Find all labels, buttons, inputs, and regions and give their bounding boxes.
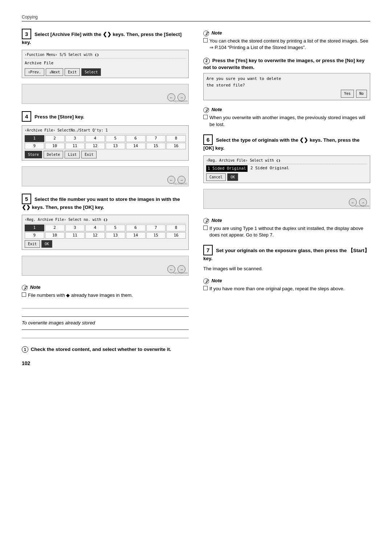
right-column: 𝒵 Note You can check the stored content … [203,29,370,353]
lcd5-num-4[interactable]: 4 [85,225,105,231]
dialog-box: Are you sure you want to delete the stor… [203,73,370,100]
checkbox-note-r2 [203,115,208,119]
lcd-num-7[interactable]: 7 [146,135,166,142]
note-right2-title-text: Note [212,107,222,112]
img-id-6: ND2C0109 [355,205,369,208]
lcd-btn-list[interactable]: List [65,151,80,158]
lcd-btn-next[interactable]: ↓Next [46,68,63,76]
lcd-btn-delete[interactable]: Delete [44,151,63,158]
note-5-item: File numbers with ◆ already have images … [22,292,189,299]
note-5-block: 𝒵 Note File numbers with ◆ already have … [22,283,189,300]
lcd-num-13[interactable]: 13 [106,143,125,150]
page-header: Copying [22,15,370,21]
lcd-num-8[interactable]: 8 [166,135,186,142]
lcd5-num-12[interactable]: 12 [85,232,105,239]
note-right2-icon: 𝒵 [203,107,209,113]
note-right2-item: When you overwrite with another images, … [203,114,370,128]
lcd5-num-6[interactable]: 6 [126,225,146,231]
lcd5-num-14[interactable]: 14 [126,232,146,239]
lcd-num-16[interactable]: 16 [166,143,186,150]
lcd5-num-7[interactable]: 7 [146,225,166,231]
step-5-heading: 5 Select the file number you want to sto… [22,194,189,211]
lcd5-num-11[interactable]: 11 [65,232,85,239]
lcd-option-2sided[interactable]: 2 Sided Original [250,165,289,172]
lcd-btn-store[interactable]: Store [25,151,42,158]
note-right3-block: 𝒵 Note If you are using Type 1 without t… [203,216,370,240]
lcd-num-9[interactable]: 9 [25,143,44,150]
note-right3-item: If you are using Type 1 without the dupl… [203,225,370,238]
overwrite-text: To overwrite images already stored [22,320,95,325]
lcd-6-options: 1 Sided Original 2 Sided Original [206,165,367,172]
lcd-num-14[interactable]: 14 [126,143,146,150]
overwrite-section: To overwrite images already stored [22,316,189,329]
step-3-block: 3 Select [Archive File] with the ❮❯ keys… [22,29,189,106]
step-6-lcd: ‹Reg. Archive File› Select with ❮❯ 1 Sid… [203,155,370,183]
dialog-line1: Are you sure you want to delete [207,76,367,82]
img-id-3: ND2C0109 [173,100,188,103]
lcd5-num-10[interactable]: 10 [45,232,65,239]
step-5-text: Select the file number you want to store… [22,197,180,210]
step-6-text: Select the type of originals with the ❮❯… [203,137,359,151]
lcd5-num-2[interactable]: 2 [45,225,65,231]
step-7-number: 7 [203,245,213,255]
lcd-num-10[interactable]: 10 [45,143,65,150]
lcd-num-15[interactable]: 15 [146,143,166,150]
step-5-block: 5 Select the file number you want to sto… [22,194,189,278]
note-right4-text: If you have more than one original page,… [209,286,344,292]
step-7-text: Set your originals on the exposure glass… [203,248,369,261]
lcd-btn-select[interactable]: Select [81,68,101,76]
checkbox-note-r1 [203,38,208,43]
lcd-num-5[interactable]: 5 [106,135,125,142]
step-6-block: 6 Select the type of originals with the … [203,134,370,211]
lcd-3-header: ‹Function Menu› 5/5 Select with ❮❯ [25,52,186,58]
lcd-4-header: ‹Archive File› SelectNo./Start Q'ty: 1 [25,128,186,134]
lcd-num-2[interactable]: 2 [45,135,65,142]
lcd5-num-1[interactable]: 1 [25,225,44,231]
dialog-btn-no[interactable]: No [356,90,367,98]
step-7-body-text: The images will be scanned. [203,266,263,271]
lcd-btn-prev[interactable]: ↑Prev. [25,68,44,76]
lcd-btn-exit5[interactable]: Exit [25,240,40,248]
lcd-4-numbers-row1: 1 2 3 4 5 6 7 8 9 10 11 12 13 14 15 16 [25,135,186,149]
dialog-btn-yes[interactable]: Yes [341,90,354,98]
lcd-4-buttons: Store Delete List Exit [25,151,186,158]
step-6-number: 6 [203,134,213,145]
note-right3-title-text: Note [212,218,222,223]
lcd-num-1[interactable]: 1 [25,135,44,142]
divider-1 [22,308,189,308]
main-content: 3 Select [Archive File] with the ❮❯ keys… [22,29,370,353]
lcd-6-header: ‹Reg. Archive File› Select with ❮❯ [206,158,367,164]
step-7-body: The images will be scanned. [203,266,370,271]
lcd-option-1sided[interactable]: 1 Sided Original [206,165,248,172]
lcd5-num-13[interactable]: 13 [106,232,125,239]
lcd-num-4[interactable]: 4 [85,135,105,142]
lcd-btn-cancel6[interactable]: Cancel [206,173,226,181]
step-4-block: 4 Press the [Store] key. ‹Archive File› … [22,111,189,189]
step-6-heading: 6 Select the type of originals with the … [203,134,370,152]
sub-step-2: 2 Press the [Yes] key to overwrite the i… [203,57,370,100]
lcd-btn-exit[interactable]: Exit [65,68,80,76]
step-7-block: 7 Set your originals on the exposure gla… [203,245,370,271]
lcd5-num-8[interactable]: 8 [166,225,186,231]
img-id-4: ND2C0181 [173,182,188,185]
lcd-btn-ok5[interactable]: OK [41,240,52,248]
lcd-4-header-text: ‹Archive File› SelectNo./Start Q'ty: 1 [25,128,108,133]
lcd-num-11[interactable]: 11 [65,143,85,150]
note-right1-title-text: Note [212,30,222,36]
lcd5-num-3[interactable]: 3 [65,225,85,231]
lcd5-num-15[interactable]: 15 [146,232,166,239]
lcd-3-buttons: ↑Prev. ↓Next Exit Select [25,68,186,76]
lcd-num-3[interactable]: 3 [65,135,85,142]
lcd5-num-9[interactable]: 9 [25,232,44,239]
lcd5-num-5[interactable]: 5 [106,225,125,231]
sub-step-1: 1 Check the stored content, and select w… [22,346,189,353]
note-right3-icon: 𝒵 [203,218,209,224]
step-4-lcd: ‹Archive File› SelectNo./Start Q'ty: 1 1… [22,125,189,161]
lcd-num-12[interactable]: 12 [85,143,105,150]
lcd-btn-exit4[interactable]: Exit [81,151,97,158]
dialog-line2: the stored file? [207,82,367,89]
note-5-text: File numbers with ◆ already have images … [28,292,133,299]
lcd-num-6[interactable]: 6 [126,135,146,142]
lcd5-num-16[interactable]: 16 [166,232,186,239]
lcd-btn-ok6[interactable]: OK [227,173,238,181]
